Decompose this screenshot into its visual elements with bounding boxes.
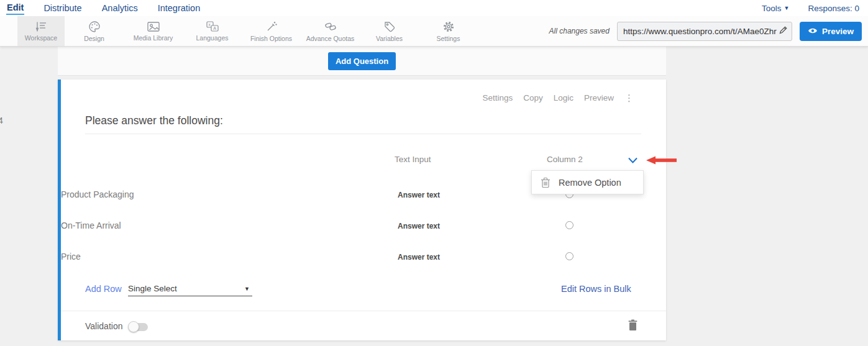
toolbar-item-label: Languages	[196, 34, 229, 42]
radio-button[interactable]	[565, 252, 573, 260]
toolbar-item-label: Media Library	[134, 34, 173, 42]
question-card: Settings Copy Logic Preview ⋮ Please ans…	[58, 80, 666, 340]
pencil-list-icon	[34, 20, 48, 32]
column-context-menu: Remove Option	[531, 170, 644, 194]
tab-edit[interactable]: Edit	[6, 1, 24, 15]
column-header-text-input: Text Input	[395, 155, 431, 164]
answer-text-input[interactable]: Answer text	[398, 222, 440, 230]
tools-label: Tools	[762, 4, 782, 13]
toolbar-item-variables[interactable]: Variables	[360, 16, 419, 46]
toggle-knob	[128, 321, 139, 332]
row-type-selected-value: Single Select	[128, 284, 244, 293]
title-divider	[85, 134, 641, 134]
validation-label: Validation	[85, 321, 122, 331]
toolbar-item-media-library[interactable]: Media Library	[124, 16, 183, 46]
remove-option-menu-item[interactable]: Remove Option	[559, 178, 621, 188]
toolbar-item-label: Finish Options	[250, 35, 292, 42]
toolbar-item-languages[interactable]: x A Languages	[183, 16, 242, 46]
responses-count[interactable]: Responses: 0	[808, 4, 859, 13]
toolbar-item-workspace[interactable]: Workspace	[17, 16, 65, 46]
card-footer-divider	[61, 311, 666, 311]
image-icon	[147, 21, 160, 32]
question-copy-link[interactable]: Copy	[523, 93, 543, 102]
survey-url-input[interactable]	[623, 27, 779, 36]
toolbar-item-advance-quotas[interactable]: Advance Quotas	[301, 16, 360, 46]
tab-analytics[interactable]: Analytics	[101, 2, 139, 14]
editor-toolbar: Workspace Design Media Library	[0, 16, 868, 47]
chevron-down-icon: ▼	[784, 5, 790, 11]
column-header-column2[interactable]: Column 2	[547, 155, 583, 164]
row-type-select[interactable]: Single Select ▼	[128, 281, 252, 296]
question-number: 4	[0, 116, 3, 125]
more-options-icon[interactable]: ⋮	[624, 93, 634, 102]
toolbar-item-label: Settings	[437, 35, 460, 42]
question-logic-link[interactable]: Logic	[554, 93, 573, 102]
edit-pencil-icon[interactable]	[779, 25, 788, 37]
survey-url-box	[617, 22, 792, 41]
answer-text-input[interactable]: Answer text	[398, 253, 440, 262]
chain-icon	[324, 20, 337, 33]
toolbar-right-group: All changes saved Preview	[549, 16, 868, 46]
toolbar-item-label: Variables	[376, 35, 403, 42]
toolbar-item-label: Workspace	[25, 34, 57, 42]
toolbar-item-settings[interactable]: Settings	[419, 16, 478, 46]
chevron-down-icon: ▼	[244, 286, 250, 292]
preview-button-label: Preview	[822, 27, 854, 36]
question-preview-link[interactable]: Preview	[584, 93, 614, 102]
validation-toggle[interactable]	[130, 323, 148, 331]
toolbar-item-design[interactable]: Design	[65, 16, 124, 46]
eye-icon	[808, 27, 818, 36]
add-question-strip: Add Question	[58, 47, 666, 76]
svg-text:A: A	[213, 26, 216, 30]
toolbar-item-label: Design	[84, 35, 104, 42]
trash-icon	[541, 177, 550, 188]
matrix-row-label[interactable]: Product Packaging	[61, 189, 134, 199]
add-question-button[interactable]: Add Question	[328, 52, 396, 70]
column-menu-chevron-icon[interactable]	[628, 155, 638, 166]
tab-integration[interactable]: Integration	[157, 2, 201, 14]
annotation-arrow	[646, 155, 677, 168]
matrix-row-label[interactable]: On-Time Arrival	[61, 221, 121, 230]
matrix-row-label[interactable]: Price	[61, 252, 81, 262]
toolbar-item-label: Advance Quotas	[306, 35, 355, 42]
top-nav: Edit Distribute Analytics Integration To…	[0, 0, 868, 16]
tag-icon	[383, 20, 396, 33]
add-row-link[interactable]: Add Row	[85, 284, 122, 294]
tab-distribute[interactable]: Distribute	[43, 2, 82, 14]
svg-text:x: x	[208, 22, 211, 27]
radio-button[interactable]	[565, 221, 573, 229]
translate-icon: x A	[206, 20, 219, 32]
answer-text-input[interactable]: Answer text	[398, 191, 440, 199]
question-title[interactable]: Please answer the following:	[85, 114, 223, 127]
preview-button[interactable]: Preview	[800, 22, 862, 41]
question-actions: Settings Copy Logic Preview ⋮	[482, 93, 634, 102]
toolbar-item-finish-options[interactable]: Finish Options	[242, 16, 301, 46]
edit-rows-in-bulk-link[interactable]: Edit Rows in Bulk	[561, 284, 631, 294]
gear-icon	[442, 20, 455, 33]
wand-icon	[265, 20, 278, 33]
tools-menu[interactable]: Tools ▼	[762, 4, 789, 13]
palette-icon	[88, 20, 101, 33]
delete-question-icon[interactable]	[628, 319, 637, 334]
save-status: All changes saved	[549, 27, 610, 35]
question-settings-link[interactable]: Settings	[482, 93, 513, 102]
